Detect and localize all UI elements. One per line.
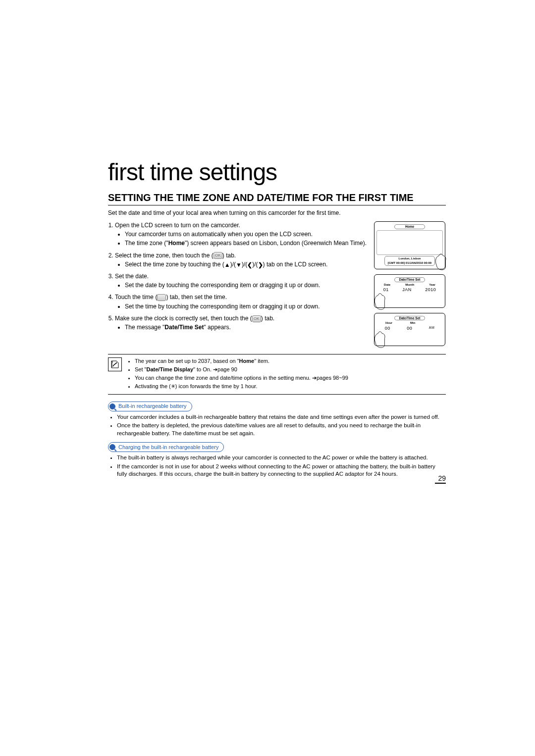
callout-pill-label: Charging the built-in rechargeable batte… xyxy=(118,444,218,451)
manual-page: first time settings SETTING THE TIME ZON… xyxy=(108,158,446,483)
down-arrow-icon: ▼ xyxy=(236,262,242,268)
step-3-sub-a: Set the date by touching the correspondi… xyxy=(125,281,368,289)
notes-block: The year can be set up to 2037, based on… xyxy=(108,354,446,394)
note-1: The year can be set up to 2037, based on… xyxy=(135,357,348,365)
hand-pointer-icon xyxy=(433,252,450,272)
note-icon xyxy=(108,357,122,371)
steps-column: Open the LCD screen to turn on the camco… xyxy=(108,221,368,346)
note-2: Set "Date/Time Display" to On. ➔page 90 xyxy=(135,366,348,373)
intro-paragraph: Set the date and time of your local area… xyxy=(108,209,446,216)
step-4-sub-a: Set the time by touching the correspondi… xyxy=(125,302,368,310)
magnifier-icon xyxy=(109,444,115,450)
callout1-item-2: Once the battery is depleted, the previo… xyxy=(117,422,446,437)
up-arrow-icon: ▲ xyxy=(224,262,230,268)
ref-arrow-icon: ➔ xyxy=(312,375,317,381)
step-4: Touch the time ( ) tab, then set the tim… xyxy=(115,293,368,310)
step-1-text: Open the LCD screen to turn on the camco… xyxy=(115,222,240,229)
steps-list: Open the LCD screen to turn on the camco… xyxy=(108,221,368,331)
right-arrow-icon: ❯ xyxy=(258,262,263,268)
callout2-item-2: If the camcorder is not in use for about… xyxy=(117,463,446,478)
callout-pill: Built-in rechargeable battery xyxy=(108,402,192,411)
ok-icon: OK xyxy=(252,315,261,322)
screen-home-title: Home xyxy=(394,224,425,229)
callout-builtin-battery: Built-in rechargeable battery Your camco… xyxy=(108,402,446,478)
callout-pill-label: Built-in rechargeable battery xyxy=(118,403,187,410)
ref-arrow-icon: ➔ xyxy=(213,366,217,372)
callout2-item-1: The built-in battery is always recharged… xyxy=(117,454,446,462)
screen-time-title: Date/Time Set xyxy=(394,316,425,321)
step-2: Select the time zone, then touch the (OK… xyxy=(115,252,368,268)
left-arrow-icon: ❮ xyxy=(247,262,252,268)
screen-date: Date/Time Set Date Month Year 01 JAN 201… xyxy=(374,274,446,308)
ok-icon: OK xyxy=(214,252,222,259)
screen-home-city: London, Lisbon [GMT 00:00] 01/JAN/2010 0… xyxy=(384,256,435,266)
screen-home: Home London, Lisbon [GMT 00:00] 01/JAN/2… xyxy=(374,221,446,269)
notes-list: The year can be set up to 2037, based on… xyxy=(126,357,348,391)
step-5-sub-a: The message "Date/Time Set" appears. xyxy=(125,323,368,331)
step-1-sub-a: Your camcorder turns on automatically wh… xyxy=(125,230,368,238)
section-title: SETTING THE TIME ZONE AND DATE/TIME FOR … xyxy=(108,192,446,205)
step-1-sub-b: The time zone ("Home") screen appears ba… xyxy=(125,239,368,247)
hand-pointer-icon xyxy=(372,330,389,350)
callout1-item-1: Your camcorder includes a built-in recha… xyxy=(117,413,446,421)
screen-time: Date/Time Set Hour Min 00 00 AM xyxy=(374,313,446,347)
magnifier-icon xyxy=(109,403,115,409)
step-1: Open the LCD screen to turn on the camco… xyxy=(115,221,368,248)
screens-column: Home London, Lisbon [GMT 00:00] 01/JAN/2… xyxy=(374,221,446,346)
note-4: Activating the (✳) icon forwards the tim… xyxy=(135,383,348,390)
note-3: You can change the time zone and date/ti… xyxy=(135,374,348,382)
step-3: Set the date. Set the date by touching t… xyxy=(115,272,368,289)
step-5: Make sure the clock is correctly set, th… xyxy=(115,314,368,331)
chapter-title: first time settings xyxy=(108,158,446,186)
callout-pill: Charging the built-in rechargeable batte… xyxy=(108,442,224,452)
step-2-sub-a: Select the time zone by touching the (▲)… xyxy=(125,260,368,268)
hand-pointer-icon xyxy=(372,292,389,312)
screen-date-title: Date/Time Set xyxy=(394,277,425,282)
body-row: Open the LCD screen to turn on the camco… xyxy=(108,221,446,346)
time-tab-icon xyxy=(157,294,166,301)
page-number: 29 xyxy=(435,474,446,484)
